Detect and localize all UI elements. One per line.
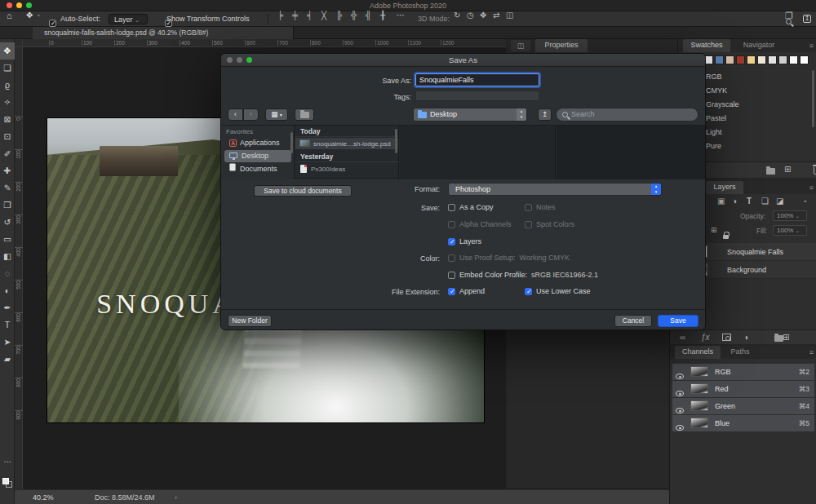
visibility-eye-icon[interactable] [676,391,684,396]
new-folder-shortcut-button[interactable]: ↥ [538,108,552,121]
path-selection-tool[interactable]: ➤ [0,334,15,351]
tab-navigator[interactable]: Navigator [735,39,783,52]
share-icon[interactable]: ↥ [803,15,811,23]
filename-input[interactable] [415,73,539,86]
scrollbar[interactable] [290,132,293,153]
pen-tool[interactable]: ✒ [0,299,15,316]
channel-row-rgb[interactable]: RGB ⌘2 [672,364,814,380]
align-right-edges-icon[interactable]: ╡ [307,11,313,20]
filter-shape-layers-icon[interactable]: ❏ [761,197,769,206]
layer-name[interactable]: Snoqualmie Falls [727,248,783,256]
frame-tool[interactable]: ⊠ [0,111,15,128]
lock-artboard-icon[interactable]: ⊞ [711,227,717,234]
visibility-eye-icon[interactable] [676,374,684,379]
color-swatch[interactable] [725,55,734,64]
spot-colors-checkbox[interactable]: Spot Colors [525,220,574,228]
append-checkbox[interactable]: Append [448,287,485,295]
dialog-titlebar[interactable]: Save As [221,54,705,67]
scrollbar[interactable] [812,70,814,127]
lasso-tool[interactable]: ϱ [0,77,15,94]
move-tool-preset-icon[interactable]: ✥ [26,11,33,20]
use-proof-setup-checkbox[interactable]: Use Proof Setup:Working CMYK [448,254,570,262]
add-mask-icon[interactable] [722,334,731,341]
auto-select-checkbox[interactable] [49,20,56,27]
back-button[interactable]: ‹ [228,108,243,121]
3d-orbit-icon[interactable]: ↻ [454,11,460,20]
search-field[interactable]: Search [556,108,698,122]
format-dropdown[interactable]: Photoshop ▴▾ [448,183,662,196]
tags-input[interactable] [415,91,539,101]
location-dropdown[interactable]: Desktop ▴▾ [413,108,527,122]
distribute-left-icon[interactable]: ╠ [336,11,342,20]
status-chevron-icon[interactable]: › [175,490,177,504]
vertical-ruler[interactable]: 0 100 200 300 400 500 600 700 800 900 [15,47,23,489]
distribute-bottom-icon[interactable]: ╂ [380,11,385,20]
move-tool[interactable]: ✥ [0,42,15,60]
align-left-edges-icon[interactable]: ╞ [277,11,283,20]
clone-stamp-tool[interactable]: ❒ [0,197,15,214]
blur-tool[interactable]: ◌ [0,265,15,282]
channel-row-green[interactable]: Green ⌘4 [672,398,814,414]
edit-toolbar-icon[interactable]: ⋯ [0,453,15,471]
eyedropper-tool[interactable]: ✐ [0,145,15,162]
new-group-folder-icon[interactable] [766,168,775,175]
file-item[interactable]: Px300Ideas [295,163,398,175]
opacity-value-dropdown[interactable]: 100% ⌄ [773,210,807,221]
color-swatch[interactable] [757,55,766,64]
alpha-channels-checkbox[interactable]: Alpha Channels [448,220,512,228]
align-top-edges-icon[interactable]: ╳ [322,11,326,20]
cancel-button[interactable]: Cancel [614,315,652,327]
visibility-eye-icon[interactable] [676,425,684,431]
fill-value-dropdown[interactable]: 100% ⌄ [773,225,807,236]
horizontal-ruler[interactable]: 0 100 200 300 400 500 600 700 800 900 10… [23,39,506,47]
as-a-copy-checkbox[interactable]: As a Copy [448,203,494,211]
3d-pan-icon[interactable]: ✥ [480,11,486,20]
color-swatch[interactable] [768,55,777,64]
adjustment-layer-icon[interactable]: ◑ [743,334,748,342]
chevron-down-icon[interactable]: ⌄ [36,11,42,18]
forward-button[interactable]: › [243,108,259,121]
tab-paths[interactable]: Paths [724,346,756,359]
shape-tool[interactable]: ▰ [0,351,15,368]
link-layers-icon[interactable]: ∞ [680,334,685,342]
distribute-right-icon[interactable]: ╣ [366,11,371,20]
scrollbar[interactable] [395,129,397,153]
filter-adjustment-layers-icon[interactable]: ◑ [732,197,737,206]
color-swatch[interactable] [747,55,756,64]
layers-checkbox[interactable]: Layers [448,237,481,245]
notes-checkbox[interactable]: Notes [525,203,556,211]
gradient-tool[interactable]: ◧ [0,248,15,265]
eraser-tool[interactable]: ▭ [0,231,15,248]
save-button[interactable]: Save [658,315,698,327]
color-swatch[interactable] [789,55,798,64]
visibility-eye-icon[interactable] [676,408,684,413]
new-layer-icon[interactable]: ⊞ [783,334,789,342]
3d-roll-icon[interactable]: ◷ [467,11,474,20]
panel-menu-icon[interactable]: ≡ [809,183,814,192]
color-swatch[interactable] [736,55,745,64]
sidebar-item-desktop[interactable]: Desktop [224,150,291,162]
file-column-empty[interactable] [557,126,706,179]
folder-action-button[interactable] [295,108,314,121]
filter-type-layers-icon[interactable]: T [747,197,752,206]
foreground-color-swatch[interactable] [2,478,9,484]
new-group-icon[interactable] [774,335,783,342]
crop-tool[interactable]: ⊡ [0,128,15,145]
distribute-center-icon[interactable]: ╬ [351,11,357,20]
align-horizontal-centers-icon[interactable]: ╪ [292,11,298,20]
document-tab[interactable]: snoqualmie-falls-salish-lodge.psd @ 40.2… [33,27,294,39]
color-swatch[interactable] [715,55,724,64]
collapsed-panel-icon[interactable]: ◫ [511,40,530,51]
tab-channels[interactable]: Channels [675,346,721,359]
lock-all-icon[interactable] [723,235,729,239]
history-brush-tool[interactable]: ↺ [0,214,15,231]
new-folder-button[interactable]: New Folder [228,315,272,327]
healing-brush-tool[interactable]: ✚ [0,162,15,179]
save-to-cloud-button[interactable]: Save to cloud documents [254,185,352,197]
color-swatch[interactable] [800,55,809,64]
panel-menu-icon[interactable]: ≡ [809,42,814,50]
more-align-options-icon[interactable]: ⋯ [397,11,405,20]
auto-select-target-dropdown[interactable]: Layer ⌄ [109,14,148,24]
tab-swatches[interactable]: Swatches [683,39,730,52]
type-tool[interactable]: T [0,316,15,334]
